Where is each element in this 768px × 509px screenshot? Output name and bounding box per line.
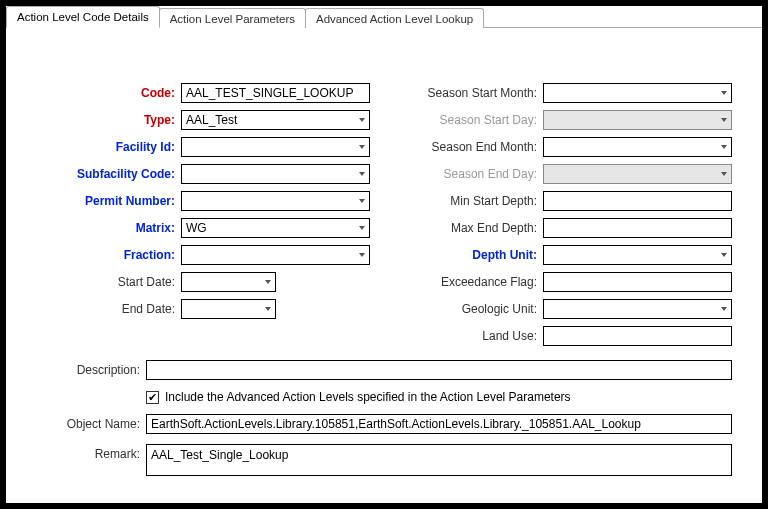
chevron-down-icon [265, 307, 271, 311]
startdate-label: Start Date: [36, 275, 181, 289]
chevron-down-icon [721, 253, 727, 257]
season-end-month-label: Season End Month: [398, 140, 543, 154]
land-use-label: Land Use: [398, 329, 543, 343]
right-column: Season Start Month: Season Start Day: Se… [398, 83, 732, 346]
code-input[interactable]: AAL_TEST_SINGLE_LOOKUP [181, 83, 370, 103]
depth-unit-label: Depth Unit: [398, 248, 543, 262]
chevron-down-icon [721, 118, 727, 122]
dialog-window: Action Level Code Details Action Level P… [6, 6, 762, 503]
matrix-select[interactable]: WG [181, 218, 370, 238]
exceedance-flag-label: Exceedance Flag: [398, 275, 543, 289]
chevron-down-icon [359, 145, 365, 149]
enddate-label: End Date: [36, 302, 181, 316]
fraction-label: Fraction: [36, 248, 181, 262]
code-label: Code: [36, 86, 181, 100]
subfacility-label: Subfacility Code: [36, 167, 181, 181]
land-use-input[interactable] [543, 326, 732, 346]
permit-select[interactable] [181, 191, 370, 211]
tab-bar: Action Level Code Details Action Level P… [6, 6, 762, 28]
exceedance-flag-input[interactable] [543, 272, 732, 292]
chevron-down-icon [721, 172, 727, 176]
matrix-value: WG [186, 221, 207, 235]
chevron-down-icon [359, 172, 365, 176]
max-end-depth-label: Max End Depth: [398, 221, 543, 235]
season-start-day-label: Season Start Day: [398, 113, 543, 127]
facility-label: Facility Id: [36, 140, 181, 154]
season-start-day-select [543, 110, 732, 130]
season-start-month-label: Season Start Month: [398, 86, 543, 100]
min-start-depth-input[interactable] [543, 191, 732, 211]
chevron-down-icon [359, 118, 365, 122]
tab-content: Code: AAL_TEST_SINGLE_LOOKUP Type: AAL_T… [6, 28, 762, 486]
left-column: Code: AAL_TEST_SINGLE_LOOKUP Type: AAL_T… [36, 83, 370, 346]
remark-value: AAL_Test_Single_Lookup [151, 448, 288, 462]
code-value: AAL_TEST_SINGLE_LOOKUP [186, 86, 353, 100]
season-start-month-select[interactable] [543, 83, 732, 103]
include-checkbox[interactable]: ✔ [146, 391, 159, 404]
chevron-down-icon [359, 253, 365, 257]
chevron-down-icon [359, 199, 365, 203]
description-input[interactable] [146, 360, 732, 380]
facility-select[interactable] [181, 137, 370, 157]
chevron-down-icon [721, 145, 727, 149]
chevron-down-icon [359, 226, 365, 230]
enddate-input[interactable] [181, 299, 276, 319]
fraction-select[interactable] [181, 245, 370, 265]
tab-advanced-lookup[interactable]: Advanced Action Level Lookup [305, 8, 484, 28]
object-name-input[interactable]: EarthSoft.ActionLevels.Library.105851,Ea… [146, 414, 732, 434]
depth-unit-select[interactable] [543, 245, 732, 265]
chevron-down-icon [721, 307, 727, 311]
object-name-value: EarthSoft.ActionLevels.Library.105851,Ea… [151, 417, 641, 431]
remark-label: Remark: [36, 444, 146, 461]
type-value: AAL_Test [186, 113, 237, 127]
chevron-down-icon [265, 280, 271, 284]
season-end-day-label: Season End Day: [398, 167, 543, 181]
geologic-unit-select[interactable] [543, 299, 732, 319]
tab-parameters[interactable]: Action Level Parameters [159, 8, 306, 28]
chevron-down-icon [721, 91, 727, 95]
max-end-depth-input[interactable] [543, 218, 732, 238]
tab-code-details[interactable]: Action Level Code Details [6, 6, 160, 28]
description-label: Description: [36, 363, 146, 377]
matrix-label: Matrix: [36, 221, 181, 235]
season-end-day-select [543, 164, 732, 184]
geologic-unit-label: Geologic Unit: [398, 302, 543, 316]
type-label: Type: [36, 113, 181, 127]
remark-input[interactable]: AAL_Test_Single_Lookup [146, 444, 732, 476]
bottom-section: Description: ✔ Include the Advanced Acti… [36, 360, 732, 476]
startdate-input[interactable] [181, 272, 276, 292]
permit-label: Permit Number: [36, 194, 181, 208]
min-start-depth-label: Min Start Depth: [398, 194, 543, 208]
subfacility-select[interactable] [181, 164, 370, 184]
type-select[interactable]: AAL_Test [181, 110, 370, 130]
season-end-month-select[interactable] [543, 137, 732, 157]
include-label: Include the Advanced Action Levels speci… [165, 390, 571, 404]
object-name-label: Object Name: [36, 417, 146, 431]
